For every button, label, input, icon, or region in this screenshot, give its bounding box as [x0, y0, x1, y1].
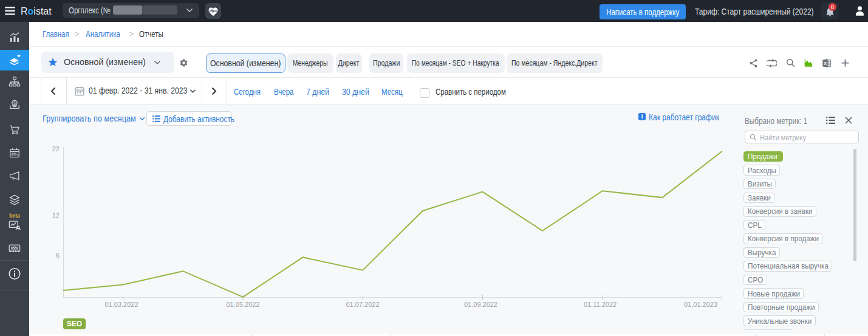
svg-text:01.11.2022: 01.11.2022 [584, 301, 617, 308]
svg-text:22: 22 [52, 145, 60, 153]
svg-text:01.09.2022: 01.09.2022 [464, 301, 497, 308]
svg-text:01.03.2022: 01.03.2022 [104, 301, 138, 308]
svg-text:X: X [824, 61, 827, 66]
svg-text:01.07.2022: 01.07.2022 [346, 301, 379, 308]
svg-text:01.01.2023: 01.01.2023 [684, 301, 717, 308]
svg-text:6: 6 [56, 252, 60, 259]
svg-text:12: 12 [52, 211, 60, 219]
svg-text:01.05.2022: 01.05.2022 [226, 301, 259, 308]
svg-text:$: $ [13, 100, 16, 106]
